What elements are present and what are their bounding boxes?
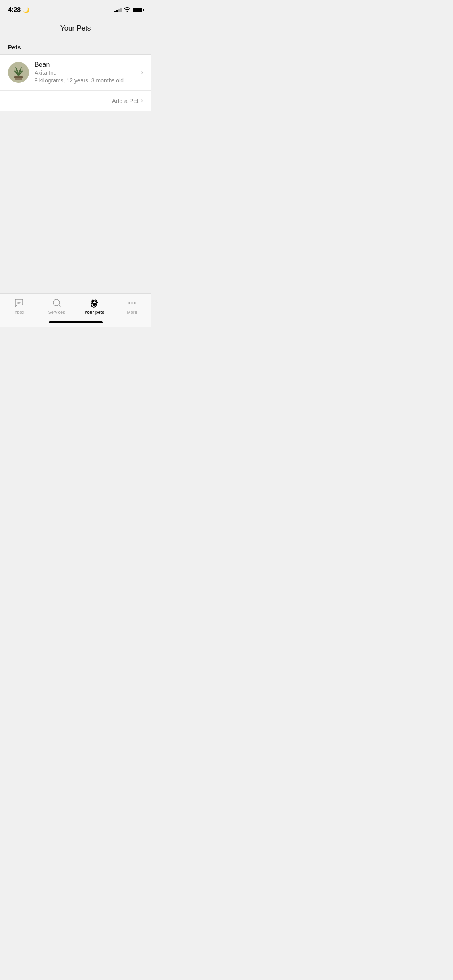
pet-avatar-image: [8, 62, 29, 83]
pet-avatar: [8, 62, 29, 83]
more-tab-label: More: [127, 310, 137, 315]
svg-point-13: [134, 302, 136, 304]
services-icon: [52, 298, 62, 308]
svg-point-10: [96, 302, 97, 303]
your-pets-tab-label: Your pets: [84, 310, 104, 315]
inbox-tab-label: Inbox: [13, 310, 24, 315]
svg-point-8: [95, 300, 96, 301]
status-time: 4:28: [8, 6, 21, 14]
add-pet-label: Add a Pet: [112, 97, 139, 104]
tab-services[interactable]: Services: [38, 298, 76, 315]
pet-item-chevron-icon: ›: [141, 69, 143, 76]
page-title: Your Pets: [60, 24, 91, 32]
main-content: Pets: [0, 39, 151, 327]
nav-header: Your Pets: [0, 18, 151, 39]
services-tab-label: Services: [48, 310, 65, 315]
page: 4:28 🌙 Your Pets: [0, 0, 151, 327]
wifi-icon: [124, 7, 130, 13]
your-pets-icon: [89, 298, 99, 308]
section-label-container: Pets: [0, 39, 151, 55]
pet-list-item[interactable]: Bean Akita Inu 9 kilograms, 12 years, 3 …: [0, 55, 151, 91]
svg-rect-2: [14, 76, 23, 78]
content-area: Bean Akita Inu 9 kilograms, 12 years, 3 …: [0, 55, 151, 111]
pets-section-label: Pets: [8, 44, 21, 51]
more-icon: [127, 298, 137, 308]
status-right: [114, 7, 143, 13]
home-indicator: [49, 321, 103, 323]
battery-icon: [133, 8, 143, 12]
inbox-icon: [14, 298, 24, 308]
add-pet-chevron-icon: ›: [141, 97, 143, 104]
pet-name: Bean: [35, 61, 138, 68]
status-left: 4:28 🌙: [8, 6, 29, 14]
add-pet-button[interactable]: Add a Pet ›: [0, 91, 151, 111]
tab-inbox[interactable]: Inbox: [0, 298, 38, 315]
svg-point-11: [128, 302, 130, 304]
status-bar: 4:28 🌙: [0, 0, 151, 18]
signal-icon: [114, 8, 122, 12]
svg-point-7: [92, 300, 94, 301]
pet-info: Bean Akita Inu 9 kilograms, 12 years, 3 …: [35, 61, 138, 84]
pet-breed: Akita Inu: [35, 70, 138, 76]
tab-your-pets[interactable]: Your pets: [76, 298, 114, 315]
pet-details: 9 kilograms, 12 years, 3 months old: [35, 77, 138, 84]
svg-line-6: [58, 305, 60, 307]
moon-icon: 🌙: [23, 7, 29, 13]
empty-content-area: [0, 111, 151, 300]
tab-more[interactable]: More: [113, 298, 151, 315]
svg-point-12: [131, 302, 133, 304]
